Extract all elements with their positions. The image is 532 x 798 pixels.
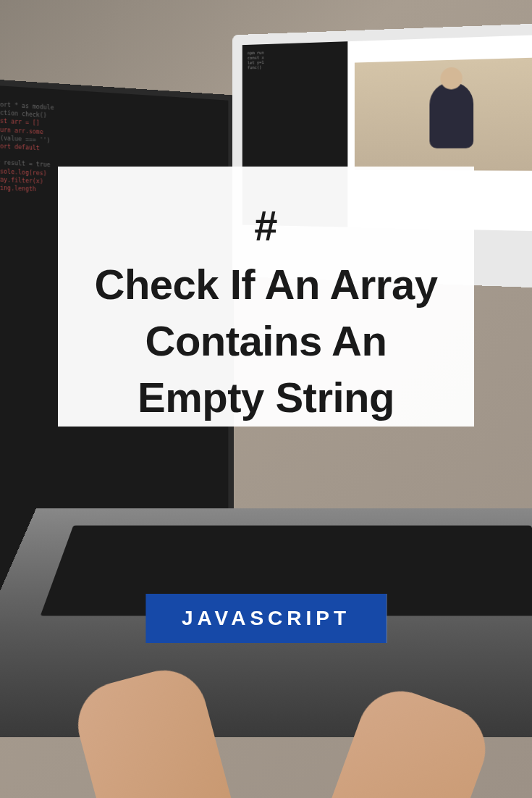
hash-symbol: # [80,203,452,249]
article-title: Check If An Array Contains An Empty Stri… [80,256,452,427]
person-photo [429,82,473,148]
title-card: # Check If An Array Contains An Empty St… [58,167,474,427]
browser-photo [354,57,532,171]
person-head [440,67,462,90]
category-badge: JAVASCRIPT [145,594,387,643]
